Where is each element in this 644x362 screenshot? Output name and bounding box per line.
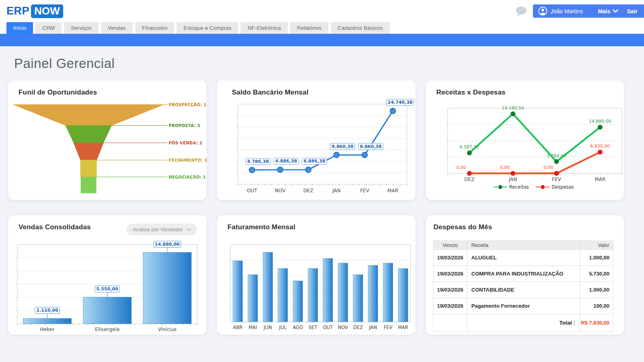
logo-erp-text: ERP	[6, 5, 29, 17]
x-tick-label: NOV	[275, 188, 286, 193]
bar	[248, 275, 258, 322]
main-nav-tabs: InícioCRMServiçosVendasFinanceiroEstoque…	[0, 22, 644, 34]
x-tick-label: OUT	[323, 325, 333, 330]
receita-cell: Pagamento Fornecedor	[467, 298, 580, 314]
card-title: Vendas Consolidadas	[19, 223, 91, 231]
value-label: 3.784,00	[547, 153, 566, 158]
nav-tab[interactable]: Serviços	[64, 22, 99, 34]
x-tick-label: NOV	[338, 325, 348, 330]
bar	[263, 252, 272, 322]
receita-cell: ALUGUEL	[467, 250, 580, 266]
table-row: 19/03/2026Pagamento Fornecedor100,00	[433, 298, 613, 314]
nav-tab[interactable]: Estoque e Compras	[177, 22, 238, 34]
data-point	[305, 167, 311, 173]
legend-marker	[541, 185, 545, 189]
funnel-stage-label: PROPOSTA: 3	[169, 123, 200, 128]
nav-tab[interactable]: Relatórios	[290, 22, 328, 34]
saldo-line-chart: OUTNOVDEZJANFEVMAR4.786,384.886,384.886,…	[217, 80, 415, 200]
bar	[293, 281, 303, 322]
bar	[308, 269, 318, 322]
funnel-stage-label: FECHAMENTO: 1	[169, 158, 206, 162]
despesas-table: VenctoReceitaValor19/03/2026ALUGUEL1.000…	[433, 241, 613, 332]
app-logo: ERP NOW	[6, 4, 63, 18]
table-row: 19/03/2026ALUGUEL1.000,00	[433, 250, 613, 266]
card-funil-oportunidades: Funil de Oportunidades PROSPECÇÃO: 10PRO…	[8, 80, 206, 200]
nav-tab[interactable]: Cadastros Básicos	[331, 22, 390, 34]
chat-bubble-icon[interactable]	[515, 6, 527, 17]
more-menu-button[interactable]: Mais	[598, 8, 618, 14]
data-point	[277, 167, 283, 173]
bar	[83, 297, 132, 324]
column-header: Vencto	[433, 241, 467, 250]
card-saldo-bancario: Saldo Bancário Mensal OUTNOVDEZJANFEVMAR…	[217, 80, 415, 200]
x-tick-label: Elisangela	[95, 327, 120, 332]
funnel-chart: PROSPECÇÃO: 10PROPOSTA: 3PÓS VENDA: 2FEC…	[8, 80, 206, 200]
x-tick-label: Heber	[40, 327, 54, 332]
data-point	[467, 171, 472, 176]
vendedor-analysis-dropdown[interactable]: Análise por Vendedor	[126, 224, 197, 235]
data-point	[467, 150, 472, 155]
nav-tab[interactable]: CRM	[35, 22, 62, 34]
card-despesas-do-mes: Despesas do Mês VenctoReceitaValor19/03/…	[426, 215, 624, 335]
value-label: 4.786,38	[247, 159, 269, 164]
total-label: Total :	[467, 314, 580, 332]
nav-tab[interactable]: Início	[6, 22, 33, 34]
x-tick-label: FEV	[552, 177, 561, 182]
x-tick-label: DEZ	[303, 188, 313, 193]
nav-tab[interactable]: NF-Eletrônica	[241, 22, 288, 34]
value-label: 1.110,00	[36, 308, 58, 313]
legend-marker	[498, 185, 502, 189]
despesas-table-wrap: VenctoReceitaValor19/03/2026ALUGUEL1.000…	[433, 241, 613, 332]
bar	[398, 269, 408, 322]
card-receitas-despesas: Receitas x Despesas DEZJANFEVMAR6.587,35…	[426, 80, 624, 200]
logout-button[interactable]: Sair	[627, 8, 638, 14]
user-name[interactable]: João Martins	[551, 8, 598, 14]
funnel-stage	[81, 177, 96, 193]
bar	[323, 259, 333, 322]
funnel-stage	[66, 125, 111, 143]
x-tick-label: DEZ	[464, 177, 475, 182]
data-point	[362, 152, 367, 158]
chevron-down-icon	[186, 228, 191, 231]
empty-cell	[433, 314, 467, 332]
value-label: 4.886,38	[303, 158, 325, 164]
table-row: 19/03/2026COMPRA PARA INDUSTRIALIZAÇÃO5.…	[433, 266, 613, 282]
value-label: 14.880,00	[155, 242, 180, 247]
value-label: 6.587,35	[460, 144, 479, 150]
user-avatar-icon[interactable]	[538, 6, 547, 16]
legend-label: Receitas	[509, 184, 529, 190]
x-tick-label: DEZ	[353, 325, 363, 330]
x-tick-label: OUT	[247, 188, 257, 193]
x-tick-label: JAN	[332, 188, 341, 193]
column-header: Valor	[580, 241, 613, 250]
vencto-cell: 19/03/2026	[433, 298, 467, 314]
legend-label: Despesas	[551, 184, 574, 190]
card-title: Despesas do Mês	[433, 223, 492, 231]
value-label: 0,00	[456, 165, 466, 170]
chevron-down-icon	[613, 9, 618, 13]
topbar-right: João Martins Mais Sair	[515, 4, 644, 18]
funnel-stage	[13, 105, 164, 125]
x-tick-label: AGO	[293, 325, 303, 330]
total-value: R$ 7.830,00	[580, 314, 613, 332]
card-title: Funil de Oportunidades	[19, 88, 97, 97]
x-tick-label: FEV	[384, 325, 392, 330]
logo-now-badge: NOW	[31, 4, 63, 18]
bar	[383, 263, 393, 322]
user-menu-bar: João Martins Mais Sair	[533, 4, 644, 18]
x-tick-label: SET	[309, 325, 318, 330]
data-point	[390, 108, 396, 114]
page-title: Painel Gerencial	[14, 56, 644, 72]
nav-tab[interactable]: Financeiro	[135, 22, 174, 34]
funnel-stage-label: NEGOCIAÇÃO: 1	[169, 175, 206, 179]
value-label: 5.550,00	[96, 286, 118, 292]
data-point	[249, 167, 255, 173]
data-point	[554, 171, 559, 176]
bar	[143, 252, 192, 324]
data-point	[510, 171, 515, 176]
bar	[338, 263, 348, 322]
value-label: 9.860,38	[360, 144, 382, 149]
nav-tab[interactable]: Vendas	[101, 22, 133, 34]
x-tick-label: JUN	[263, 325, 272, 330]
bar	[233, 261, 243, 322]
